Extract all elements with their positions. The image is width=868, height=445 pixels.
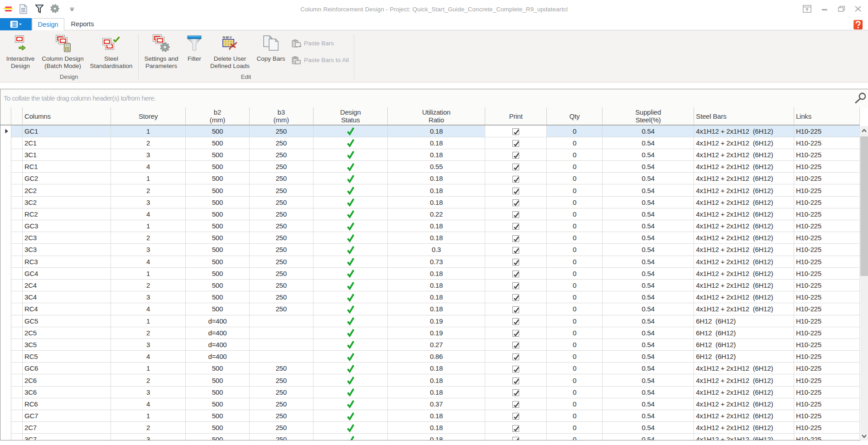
svg-text:NMV: NMV [223,35,233,39]
